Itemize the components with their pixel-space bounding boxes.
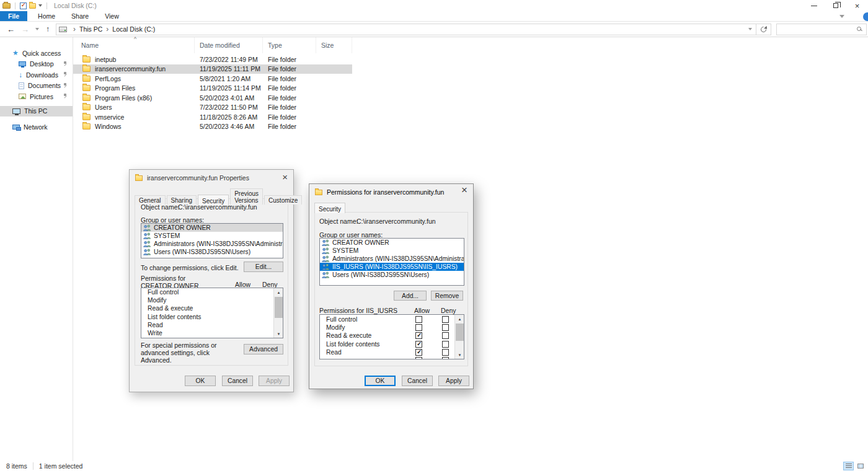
permission-name: Modify [320, 324, 415, 331]
user-row[interactable]: CREATOR OWNER [320, 239, 464, 247]
folder-icon [82, 85, 91, 91]
help-icon[interactable] [863, 12, 868, 21]
restore-button[interactable] [825, 0, 846, 11]
user-row[interactable]: Users (WIN-IS38DJS95SN\Users) [320, 271, 464, 279]
column-header-type[interactable]: Type [263, 37, 316, 53]
ok-button[interactable]: OK [185, 376, 216, 386]
scroll-down-icon[interactable]: ▼ [274, 330, 283, 338]
file-row[interactable]: Users 7/23/2022 11:50 PM File folder [73, 103, 352, 113]
tab-share[interactable]: Share [63, 11, 97, 21]
minimize-button[interactable] [803, 0, 825, 11]
deny-checkbox[interactable] [442, 349, 449, 356]
scroll-up-icon[interactable]: ▲ [274, 288, 283, 296]
allow-checkbox[interactable] [415, 349, 422, 356]
scroll-down-icon[interactable]: ▼ [455, 351, 464, 359]
remove-button[interactable]: Remove [431, 291, 463, 301]
qat-dropdown-icon[interactable] [38, 4, 42, 7]
sidebar-item-pictures[interactable]: Pictures [0, 91, 73, 102]
user-row[interactable]: SYSTEM [320, 247, 464, 255]
close-icon[interactable]: × [282, 173, 288, 182]
scrollbar-thumb[interactable] [456, 324, 464, 341]
tab-security[interactable]: Security [314, 203, 345, 213]
details-view-button[interactable] [843, 462, 854, 470]
tab-home[interactable]: Home [30, 11, 63, 21]
deny-checkbox[interactable] [442, 324, 449, 331]
tab-view[interactable]: View [97, 11, 127, 21]
back-button[interactable]: ← [7, 25, 15, 34]
apply-button[interactable]: Apply [259, 376, 290, 386]
new-folder-qat-icon[interactable] [29, 3, 36, 9]
refresh-button[interactable] [756, 24, 771, 35]
file-row[interactable]: Program Files (x86) 5/20/2023 4:01 AM Fi… [73, 93, 352, 103]
sidebar-item-network[interactable]: Network [0, 121, 73, 133]
file-row[interactable]: vmservice 11/18/2025 8:26 AM File folder [73, 112, 352, 122]
user-row[interactable]: Administrators (WIN-IS38DJS95SN\Administ… [320, 255, 464, 263]
user-row[interactable]: CREATOR OWNER [141, 224, 283, 232]
breadcrumb-this-pc[interactable]: This PC [79, 25, 102, 33]
dialog-title-bar[interactable]: Permissions for iranservercommunity.fun [309, 184, 473, 200]
allow-checkbox[interactable] [415, 332, 422, 339]
file-row[interactable]: iranservercommunity.fun 11/19/2025 11:11… [73, 64, 352, 74]
breadcrumb-local-disk[interactable]: Local Disk (C:) [112, 25, 155, 33]
properties-qat-icon[interactable] [20, 2, 27, 9]
sidebar-item-downloads[interactable]: ↓ Downloads [0, 69, 73, 81]
sidebar-item-quick-access[interactable]: ★ Quick access [0, 48, 73, 59]
search-input[interactable] [777, 24, 866, 35]
permission-row: Read & execute [141, 304, 273, 312]
ok-button[interactable]: OK [365, 376, 396, 386]
tab-previous-versions[interactable]: Previous Versions [230, 188, 263, 205]
breadcrumb[interactable]: › This PC › Local Disk (C:) [56, 24, 756, 35]
column-header-size[interactable]: Size [316, 37, 352, 53]
allow-checkbox[interactable] [415, 324, 422, 331]
tab-security[interactable]: Security [198, 195, 229, 205]
allow-checkbox[interactable] [415, 316, 422, 323]
tab-customize[interactable]: Customize [264, 195, 302, 205]
large-icons-view-button[interactable] [855, 462, 866, 470]
allow-checkbox[interactable] [415, 357, 422, 359]
column-header-date-modified[interactable]: Date modified [195, 37, 263, 53]
up-button[interactable]: ↑ [46, 25, 50, 33]
breadcrumb-separator: › [73, 25, 76, 33]
picture-icon [19, 94, 26, 99]
sidebar-item-label: Pictures [30, 93, 53, 100]
user-row[interactable]: Administrators (WIN-IS38DJS95SN\Administ… [141, 240, 283, 248]
expand-ribbon-icon[interactable] [839, 15, 844, 18]
user-row[interactable]: SYSTEM [141, 232, 283, 240]
tab-sharing[interactable]: Sharing [167, 195, 197, 205]
scrollbar[interactable]: ▲ ▼ [454, 315, 464, 359]
address-dropdown-icon[interactable] [748, 28, 752, 30]
tab-general[interactable]: General [135, 195, 166, 205]
tab-file[interactable]: File [0, 11, 27, 21]
recent-locations-icon[interactable] [35, 28, 39, 30]
cancel-button[interactable]: Cancel [222, 376, 253, 386]
file-row[interactable]: PerfLogs 5/8/2021 1:20 AM File folder [73, 74, 352, 84]
file-row[interactable]: Program Files 11/19/2025 11:14 PM File f… [73, 84, 352, 94]
permission-name: Write [148, 330, 162, 337]
advanced-button[interactable]: Advanced [244, 344, 283, 354]
sidebar-item-documents[interactable]: Documents [0, 81, 73, 92]
edit-button[interactable]: Edit... [244, 262, 283, 272]
close-icon[interactable]: × [461, 186, 467, 195]
sidebar-item-this-pc[interactable]: This PC [0, 106, 73, 117]
user-row[interactable]: IIS_IUSRS (WIN-IS38DJS95SN\IIS_IUSRS) [320, 263, 464, 271]
scrollbar-thumb[interactable] [275, 297, 283, 318]
user-row[interactable]: Users (WIN-IS38DJS95SN\Users) [141, 248, 283, 256]
cancel-button[interactable]: Cancel [402, 376, 433, 386]
sidebar-item-desktop[interactable]: Desktop [0, 59, 73, 70]
add-button[interactable]: Add... [394, 291, 427, 301]
deny-checkbox[interactable] [442, 357, 449, 359]
allow-checkbox[interactable] [415, 341, 422, 348]
deny-checkbox[interactable] [442, 332, 449, 339]
permission-row: Full control [320, 315, 454, 324]
drive-icon [59, 27, 67, 32]
scroll-up-icon[interactable]: ▲ [455, 315, 464, 323]
scrollbar[interactable]: ▲ ▼ [273, 288, 283, 338]
deny-checkbox[interactable] [442, 316, 449, 323]
file-row[interactable]: inetpub 7/23/2022 11:49 PM File folder [73, 55, 352, 64]
dialog-title-bar[interactable]: iranservercommunity.fun Properties [130, 170, 293, 186]
close-button[interactable]: × [846, 0, 868, 11]
file-row[interactable]: Windows 5/20/2023 4:46 AM File folder [73, 122, 352, 132]
forward-button[interactable]: → [21, 25, 29, 34]
deny-checkbox[interactable] [442, 341, 449, 348]
apply-button[interactable]: Apply [438, 376, 469, 386]
